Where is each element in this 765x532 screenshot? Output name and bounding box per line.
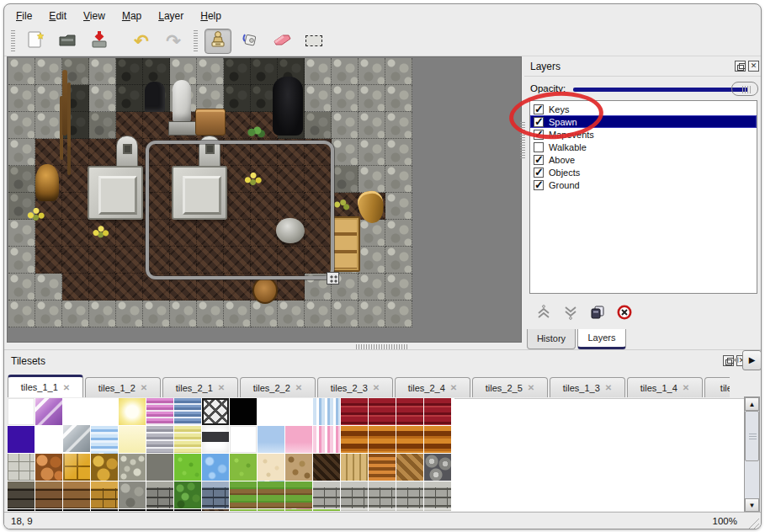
map-tile[interactable]: [116, 274, 143, 301]
palette-tile-stripes-gray[interactable]: [146, 426, 173, 453]
map-tile[interactable]: [224, 301, 251, 327]
palette-tile-pale-yellow[interactable]: [119, 426, 146, 453]
map-tile[interactable]: [359, 85, 385, 112]
palette-tile-planks[interactable]: [341, 454, 368, 481]
close-tab-icon[interactable]: ✕: [605, 383, 612, 392]
map-tile[interactable]: [359, 58, 385, 85]
map-tile[interactable]: [89, 85, 116, 112]
tileset-tab-tiles_1_3[interactable]: tiles_1_3✕: [550, 377, 625, 397]
layer-row-mapevents[interactable]: Mapevents: [530, 128, 757, 141]
palette-tile-stripes-orange[interactable]: [424, 426, 451, 453]
map-tile[interactable]: [305, 112, 332, 139]
map-tile[interactable]: [385, 58, 412, 85]
palette-tile-pink-flat[interactable]: [285, 426, 312, 453]
map-tile[interactable]: [359, 301, 385, 327]
map-tile[interactable]: [251, 301, 278, 327]
map-view[interactable]: [7, 56, 522, 343]
palette-tile-hedge[interactable]: [174, 481, 201, 508]
map-tile[interactable]: [35, 301, 62, 327]
palette-tile-glow-yellow[interactable]: [119, 398, 146, 425]
palette-tile-farm[interactable]: [230, 481, 257, 508]
map-tile[interactable]: [359, 274, 385, 301]
palette-tile-sand[interactable]: [258, 454, 284, 481]
save-map-button[interactable]: [86, 29, 113, 54]
map-tile[interactable]: [385, 274, 412, 301]
map-tile[interactable]: [62, 139, 89, 166]
map-tile[interactable]: [35, 274, 62, 301]
layer-row-keys[interactable]: Keys: [530, 103, 757, 115]
layer-visibility-checkbox[interactable]: [534, 117, 544, 127]
map-tile[interactable]: [8, 166, 35, 193]
map-tile[interactable]: [89, 247, 116, 274]
layer-row-objects[interactable]: Objects: [530, 166, 757, 178]
map-tile[interactable]: [385, 247, 412, 274]
map-tile[interactable]: [35, 58, 62, 85]
close-tab-icon[interactable]: ✕: [450, 383, 457, 392]
tileset-tab-tiles_1_2[interactable]: tiles_1_2✕: [85, 377, 161, 397]
map-tile[interactable]: [385, 166, 412, 193]
move-layer-down-button[interactable]: [561, 303, 580, 322]
close-tab-icon[interactable]: ✕: [141, 383, 147, 392]
palette-tile-brick-gray2[interactable]: [369, 509, 396, 511]
close-tab-icon[interactable]: ✕: [218, 383, 225, 392]
map-tile[interactable]: [89, 112, 116, 139]
map-tile[interactable]: [359, 139, 385, 166]
map-tile[interactable]: [116, 58, 143, 85]
map-tile[interactable]: [89, 301, 116, 327]
map-tile[interactable]: [305, 301, 332, 327]
map-tile[interactable]: [35, 85, 62, 112]
layer-visibility-checkbox[interactable]: [534, 104, 544, 114]
palette-tile-black[interactable]: [146, 509, 173, 511]
eraser-tool-button[interactable]: [268, 29, 295, 54]
palette-tile-black[interactable]: [174, 509, 201, 511]
map-tile[interactable]: [359, 166, 385, 193]
map-tile[interactable]: [332, 58, 359, 85]
close-tab-icon[interactable]: ✕: [373, 383, 380, 392]
map-tile[interactable]: [8, 112, 35, 139]
map-tile[interactable]: [385, 85, 412, 112]
map-tile[interactable]: [62, 301, 89, 327]
map-tile[interactable]: [385, 139, 412, 166]
palette-tile-herringbone[interactable]: [396, 454, 423, 481]
tileset-tab-tiles_2_1[interactable]: tiles_2_1✕: [162, 377, 238, 397]
palette-tile-water-stripes[interactable]: [91, 426, 118, 453]
map-tile[interactable]: [332, 139, 359, 166]
palette-tile-black[interactable]: [35, 509, 62, 511]
map-tile[interactable]: [251, 58, 278, 85]
close-tab-icon[interactable]: ✕: [683, 383, 689, 392]
map-tile[interactable]: [8, 85, 35, 112]
map-tile[interactable]: [359, 112, 385, 139]
map-tile[interactable]: [305, 58, 332, 85]
layer-visibility-checkbox[interactable]: [534, 130, 544, 140]
opacity-slider-track[interactable]: [573, 88, 748, 92]
close-icon[interactable]: ✕: [748, 61, 759, 72]
palette-tile-carpet-red[interactable]: [369, 398, 396, 425]
palette-tile-blue-flat[interactable]: [258, 426, 284, 453]
palette-tile-black[interactable]: [119, 509, 146, 511]
palette-tile-rock-gray[interactable]: [119, 481, 146, 508]
open-map-button[interactable]: [54, 29, 81, 54]
tileset-tab-tiles_1_1[interactable]: tiles_1_1✕: [8, 375, 83, 397]
map-tile[interactable]: [116, 85, 143, 112]
palette-tile-white[interactable]: [230, 426, 257, 453]
map-tile[interactable]: [385, 301, 412, 327]
layer-row-above[interactable]: Above: [530, 153, 757, 166]
layer-row-ground[interactable]: Ground: [530, 178, 757, 191]
map-tile[interactable]: [35, 247, 62, 274]
palette-tile-wall-dark[interactable]: [8, 481, 35, 508]
palette-tile-roof-dark[interactable]: [313, 454, 340, 481]
map-tile[interactable]: [8, 220, 35, 247]
map-tile[interactable]: [35, 220, 62, 247]
palette-tile-water-blue[interactable]: [202, 454, 229, 481]
map-tile[interactable]: [385, 112, 412, 139]
palette-tile-stripes-yellow[interactable]: [174, 426, 201, 453]
palette-tile-stripes-orange[interactable]: [369, 426, 396, 453]
menu-map[interactable]: Map: [114, 8, 150, 24]
palette-tile-black[interactable]: [8, 509, 35, 511]
palette-tile-roof-dark[interactable]: [202, 509, 229, 511]
palette-tile-brick-gray2[interactable]: [396, 481, 423, 508]
map-tile[interactable]: [62, 220, 89, 247]
palette-tile-stripes-blue[interactable]: [174, 398, 201, 425]
layer-visibility-checkbox[interactable]: [534, 180, 544, 190]
scrollbar-thumb[interactable]: [745, 411, 759, 461]
